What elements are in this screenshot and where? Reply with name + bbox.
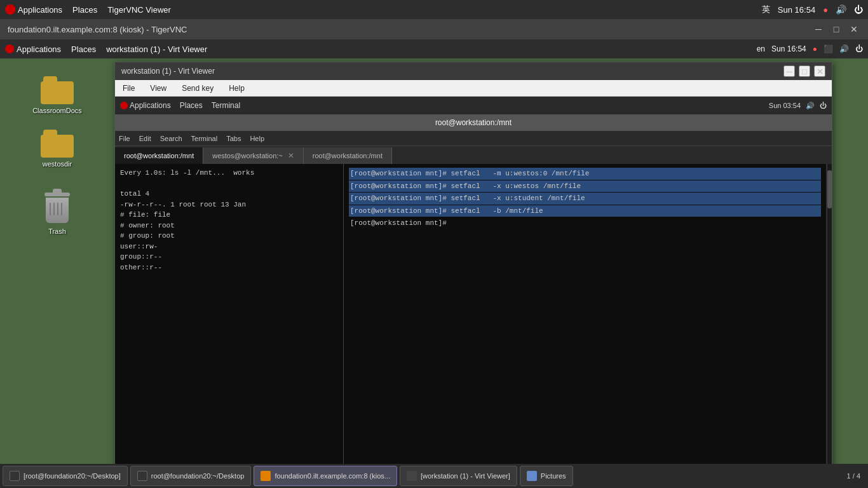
term-line-setfacl-3: [root@workstation mnt]# setfacl -x u:stu… — [349, 193, 821, 205]
virt-minimize-button[interactable]: ─ — [783, 65, 795, 77]
tigervnc-close-button[interactable]: ✕ — [848, 23, 860, 36]
term-line-user: user::rw- — [120, 241, 338, 252]
ws-terminal-label[interactable]: Terminal — [212, 101, 240, 110]
taskbar-tigervnc-label: foundation0.ilt.example.com:8 (kios... — [275, 472, 390, 480]
taskbar-terminal1-label: [root@foundation20:~/Desktop] — [24, 472, 121, 480]
host-places-label[interactable]: Places — [72, 5, 97, 15]
term-line-owner: # owner: root — [120, 220, 338, 231]
term-line-setfacl-2: [root@workstation mnt]# setfacl -x u:wes… — [349, 180, 821, 193]
terminal-window-titlebar: root@workstation:/mnt — [115, 114, 832, 131]
taskbar-item-pictures[interactable]: Pictures — [520, 466, 573, 486]
taskbar-workstation-label: [workstation (1) - Virt Viewer] — [421, 472, 510, 480]
taskbar-workstation-icon — [407, 471, 417, 481]
ws-apps-btn[interactable]: Applications — [120, 101, 171, 110]
gnome-topbar-left: Applications Places workstation (1) - Vi… — [5, 44, 207, 54]
virt-menu-file[interactable]: File — [120, 83, 137, 94]
westosdir-label: westosdir — [43, 160, 72, 168]
taskbar-item-tigervnc[interactable]: foundation0.ilt.example.com:8 (kios... — [254, 466, 397, 486]
virt-menu-help[interactable]: Help — [226, 83, 247, 94]
tab3-label: root@workstation:/mnt — [313, 152, 383, 159]
tigervnc-window-controls: ─ □ ✕ — [812, 23, 860, 36]
terminal-pane-2[interactable]: [root@workstation mnt]# setfacl -m u:wes… — [344, 164, 827, 488]
gnome-recording-dot: ● — [813, 44, 817, 53]
terminal-window-title: root@workstation:/mnt — [435, 118, 512, 127]
gnome-topbar: Applications Places workstation (1) - Vi… — [0, 39, 868, 58]
host-recording-dot: ● — [823, 5, 828, 15]
desktop-icon-westosdir[interactable]: westosdir — [36, 125, 79, 173]
term-menu-search[interactable]: Search — [160, 135, 182, 142]
ws-volume-icon[interactable]: 🔊 — [806, 102, 815, 110]
host-taskbar-top: Applications Places TigerVNC Viewer 英 Su… — [0, 0, 868, 19]
term-line-file: -rw-r--r--. 1 root root 13 Jan — [120, 200, 338, 210]
taskbar-pictures-label: Pictures — [541, 472, 566, 480]
host-applications-label[interactable]: Applications — [18, 5, 62, 15]
host-apps-icon: Applications — [5, 4, 62, 15]
virt-close-button[interactable]: ✕ — [814, 65, 825, 77]
gnome-desktop: Applications Places workstation (1) - Vi… — [0, 39, 868, 488]
gnome-sidebar: ClassroomDocs westosdir — [0, 58, 114, 488]
terminal-scrollbar[interactable] — [827, 164, 832, 488]
terminal-tabs: root@workstation:/mnt westos@workstation… — [115, 146, 832, 164]
term-line-group: # group: root — [120, 231, 338, 241]
gnome-volume-icon[interactable]: 🔊 — [839, 44, 849, 53]
host-volume-icon[interactable]: 🔊 — [836, 4, 846, 15]
gnome-content: ClassroomDocs westosdir — [0, 58, 868, 488]
term-menu-tabs[interactable]: Tabs — [226, 135, 241, 142]
gnome-lang: en — [757, 44, 765, 53]
terminal-tab-3[interactable]: root@workstation:/mnt — [304, 147, 392, 164]
tigervnc-maximize-button[interactable]: □ — [830, 23, 843, 36]
host-taskbar-right: 英 Sun 16:54 ● 🔊 ⏻ — [762, 4, 863, 15]
ws-applications-label[interactable]: Applications — [130, 101, 171, 110]
host-taskbar-left: Applications Places TigerVNC Viewer — [5, 4, 171, 15]
host-taskbar-bottom: [root@foundation20:~/Desktop] root@found… — [0, 464, 868, 488]
trash-label: Trash — [48, 227, 66, 235]
term-line-other: other::r-- — [120, 262, 338, 273]
virt-viewer-menubar: File View Send key Help — [115, 80, 832, 97]
taskbar-item-workstation[interactable]: [workstation (1) - Virt Viewer] — [400, 466, 517, 486]
virt-menu-sendkey[interactable]: Send key — [179, 83, 216, 94]
tab2-label: westos@workstation:~ — [212, 152, 283, 159]
taskbar-pages: 1 / 4 — [842, 472, 865, 480]
host-viewer-label[interactable]: TigerVNC Viewer — [107, 5, 171, 15]
tab2-close-icon[interactable]: ✕ — [288, 151, 294, 160]
term-line-setfacl-1: [root@workstation mnt]# setfacl -m u:wes… — [349, 168, 821, 180]
terminal-menubar: File Edit Search Terminal Tabs Help — [115, 131, 832, 146]
virt-maximize-button[interactable]: □ — [799, 65, 810, 77]
term-menu-help[interactable]: Help — [250, 135, 264, 142]
virt-menu-view[interactable]: View — [147, 83, 169, 94]
ws-places-label[interactable]: Places — [180, 101, 203, 110]
virt-viewer-window: workstation (1) - Virt Viewer ─ □ ✕ File… — [114, 62, 832, 488]
desktop-icon-trash[interactable]: Trash — [37, 191, 77, 240]
gnome-apps-btn[interactable]: Applications — [5, 44, 61, 54]
workstation-topbar: Applications Places Terminal Sun 03:54 🔊… — [115, 97, 832, 114]
gnome-power-icon[interactable]: ⏻ — [855, 44, 863, 53]
terminal-tab-1[interactable]: root@workstation:/mnt — [115, 147, 203, 164]
term-menu-edit[interactable]: Edit — [139, 135, 151, 142]
tigervnc-title: foundation0.ilt.example.com:8 (kiosk) - … — [8, 25, 187, 34]
gnome-viewer-label[interactable]: workstation (1) - Virt Viewer — [106, 44, 207, 54]
terminal-tab-2[interactable]: westos@workstation:~ ✕ — [203, 147, 304, 164]
term-menu-terminal[interactable]: Terminal — [191, 135, 218, 142]
taskbar-item-terminal1[interactable]: [root@foundation20:~/Desktop] — [3, 466, 128, 486]
ws-topbar-right: Sun 03:54 🔊 ⏻ — [769, 102, 827, 110]
tab1-label: root@workstation:/mnt — [124, 152, 194, 159]
term-line-prompt-final: [root@workstation mnt]# ​ — [349, 217, 821, 229]
gnome-applications-label[interactable]: Applications — [17, 44, 61, 54]
terminal-pane-1[interactable]: Every 1.0s: ls -l /mnt... works total 4 … — [115, 164, 344, 488]
term-menu-file[interactable]: File — [119, 135, 130, 142]
tigervnc-minimize-button[interactable]: ─ — [812, 23, 825, 36]
host-power-icon[interactable]: ⏻ — [854, 4, 863, 15]
ws-power-icon[interactable]: ⏻ — [820, 102, 827, 109]
gnome-topbar-right: en Sun 16:54 ● ⬛ 🔊 ⏻ — [757, 44, 863, 53]
taskbar-terminal1-icon — [10, 471, 20, 481]
gnome-network-icon: ⬛ — [824, 44, 833, 53]
gnome-places-label[interactable]: Places — [71, 44, 96, 54]
taskbar-item-terminal2[interactable]: root@foundation20:~/Desktop — [130, 466, 252, 486]
desktop-icon-classroomdocs[interactable]: ClassroomDocs — [27, 71, 87, 119]
terminal-scrollbar-thumb[interactable] — [827, 170, 832, 208]
host-time: Sun 16:54 — [778, 5, 815, 15]
term-line-watch: Every 1.0s: ls -l /mnt... works — [120, 168, 338, 179]
ws-topbar-left: Applications Places Terminal — [120, 101, 240, 110]
taskbar-pictures-icon — [527, 471, 537, 481]
ws-time: Sun 03:54 — [769, 102, 801, 109]
